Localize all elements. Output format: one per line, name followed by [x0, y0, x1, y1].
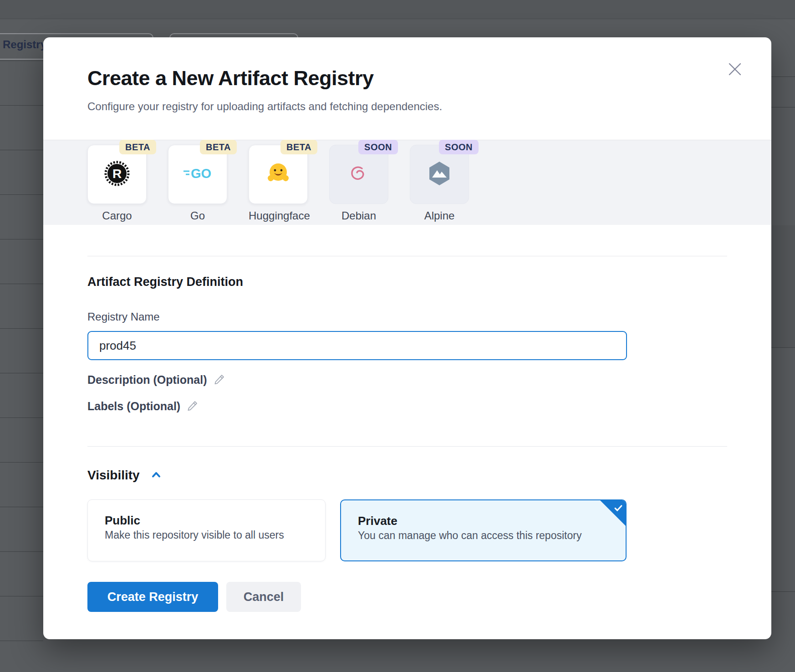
visibility-option-public[interactable]: Public Make this repository visible to a…	[87, 499, 326, 561]
visibility-option-title: Public	[105, 514, 140, 528]
registry-name-input[interactable]	[87, 331, 627, 360]
debian-icon	[346, 160, 372, 188]
definition-heading: Artifact Registry Definition	[87, 275, 243, 289]
close-button[interactable]	[726, 61, 744, 78]
status-badge: BETA	[119, 140, 156, 154]
labels-row: Labels (Optional)	[87, 399, 199, 413]
registry-name-label: Registry Name	[87, 311, 160, 323]
status-badge: BETA	[280, 140, 317, 154]
chevron-up-icon	[150, 468, 163, 483]
create-registry-button[interactable]: Create Registry	[87, 582, 218, 612]
visibility-collapse-button[interactable]	[150, 468, 163, 483]
status-badge: SOON	[358, 140, 398, 154]
modal-subtitle: Configure your registry for uploading ar…	[87, 100, 442, 113]
alpine-icon	[426, 160, 453, 188]
labels-label: Labels (Optional)	[87, 400, 180, 413]
edit-description-button[interactable]	[214, 373, 226, 387]
registry-type-card-alpine: SOON	[410, 145, 469, 204]
edit-labels-button[interactable]	[187, 399, 199, 413]
svg-text:R: R	[112, 167, 122, 181]
pencil-icon	[214, 373, 226, 387]
registry-type-card-huggingface[interactable]: BETA	[249, 145, 308, 204]
status-badge: SOON	[439, 140, 479, 154]
registry-type-label: Go	[168, 209, 227, 222]
visibility-option-description: Make this repository visible to all user…	[105, 529, 284, 541]
description-label: Description (Optional)	[87, 373, 207, 387]
backdrop-topbar	[0, 0, 795, 19]
cargo-icon: R	[104, 160, 130, 188]
status-badge: BETA	[200, 140, 237, 154]
screen: Registry Create a New Artifact Registry …	[0, 0, 795, 672]
registry-type-card-debian: SOON	[329, 145, 388, 204]
divider	[87, 446, 727, 447]
registry-type-label: Huggingface	[249, 209, 308, 222]
go-icon: GO	[183, 164, 213, 184]
close-icon	[727, 72, 743, 79]
visibility-option-private[interactable]: Private You can manage who can access th…	[340, 499, 627, 561]
create-registry-modal: Create a New Artifact Registry Configure…	[43, 37, 771, 639]
divider	[87, 256, 727, 256]
registry-type-label: Alpine	[410, 209, 469, 222]
registry-type-card-cargo[interactable]: BETA R	[87, 145, 147, 204]
huggingface-icon	[265, 160, 291, 188]
visibility-option-description: You can manage who can access this repos…	[358, 529, 581, 542]
registry-type-card-go[interactable]: BETA GO	[168, 145, 227, 204]
check-icon	[613, 503, 623, 515]
description-row: Description (Optional)	[87, 373, 226, 387]
cancel-button[interactable]: Cancel	[226, 582, 301, 612]
pencil-icon	[187, 399, 199, 413]
visibility-header: Visibility	[87, 468, 163, 483]
modal-title: Create a New Artifact Registry	[87, 66, 374, 90]
svg-text:GO: GO	[191, 166, 211, 181]
registry-type-label: Debian	[329, 209, 388, 222]
visibility-heading: Visibility	[87, 468, 140, 483]
registry-type-label: Cargo	[87, 209, 147, 222]
visibility-option-title: Private	[358, 514, 398, 528]
